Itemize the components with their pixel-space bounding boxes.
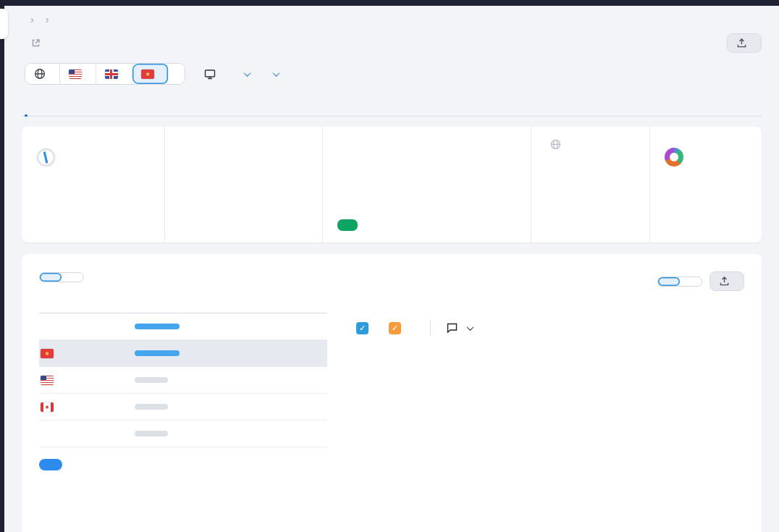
go-to-position-tracking-button[interactable] [337,219,358,231]
notes-dropdown[interactable] [447,323,473,333]
tab-compare-domains[interactable] [48,99,51,116]
table-row-ca[interactable]: ★ [39,394,327,421]
keywords-distribution-bar [241,224,308,231]
location-vn[interactable]: ★ [132,64,169,84]
organic-paid-toggle [39,272,84,282]
traffic-chart-svg [356,347,696,436]
organic-search-traffic-section [165,127,323,242]
toggle-paid[interactable] [62,273,83,282]
ca-flag-icon: ★ [41,402,54,412]
device-selector[interactable] [204,69,221,80]
table-row-vn[interactable]: ★ [39,340,327,367]
location-us[interactable] [60,64,96,84]
vn-flag-icon: ★ [141,69,154,79]
share-bar [135,350,180,356]
organic-traffic-checkbox[interactable]: ✓ [356,322,369,334]
domain-overview-page: › › [4,6,779,532]
table-row-us[interactable] [39,367,327,394]
granularity-toggle [657,276,702,287]
traffic-share-section [650,127,762,242]
desktop-icon [204,69,216,80]
legend-organic-traffic[interactable]: ✓ [356,322,374,334]
paid-search-traffic-section [323,127,531,242]
tab-compare-by-countries[interactable] [94,99,97,116]
share-bar [135,377,168,383]
backlinks-section [531,127,650,242]
traffic-share-donut-icon [665,148,683,166]
location-selector: ★ [25,63,185,85]
paid-traffic-checkbox[interactable]: ✓ [389,322,401,334]
location-uk[interactable] [96,64,132,84]
export-button[interactable] [709,271,744,291]
share-bar [135,431,168,436]
table-row-worldwide[interactable] [39,313,327,340]
distribution-column: ★ ★ [39,271,346,526]
chevron-down-icon [467,324,474,331]
us-flag-icon [69,69,82,79]
breadcrumb-separator: › [30,14,34,25]
traffic-panel: ★ ★ [22,254,762,532]
us-flag-icon [41,376,54,385]
tab-overview[interactable] [25,99,28,116]
chart-legend: ✓ ✓ [356,320,744,336]
period-selector [356,279,411,284]
breadcrumb: › › [22,6,762,32]
compare-button[interactable] [39,459,62,470]
uk-flag-icon [105,69,118,79]
currency-selector[interactable] [269,72,279,77]
chart-y-axis-labels [696,347,734,436]
legend-paid-traffic[interactable]: ✓ [389,322,407,334]
organic-traffic-chart[interactable] [356,347,744,436]
chevron-down-icon [244,69,251,77]
table-row-other[interactable] [39,421,327,447]
vn-flag-icon: ★ [41,349,54,358]
breadcrumb-separator: › [46,14,49,25]
divider [430,320,431,336]
export-to-pdf-button[interactable] [727,33,762,53]
share-bar [135,324,180,329]
upload-icon [737,38,746,48]
share-bar [135,404,168,410]
table-header [39,302,327,313]
chart-x-axis-labels [356,442,696,455]
globe-icon [550,139,561,150]
globe-icon [34,68,46,80]
chevron-down-icon [273,69,280,77]
sidebar-handle[interactable] [0,9,8,39]
authority-score-section [22,127,165,242]
tab-growth-report[interactable] [71,99,74,116]
authority-gauge-icon [36,148,56,167]
collapsed-sidebar [0,0,4,532]
report-tabs [22,99,762,117]
more-locations-button[interactable] [169,64,185,84]
top-window-bar [0,0,779,6]
traffic-chart-column: ✓ ✓ [346,271,744,526]
toggle-organic[interactable] [40,273,62,282]
notes-icon [447,323,458,333]
upload-icon [720,276,729,286]
granularity-months[interactable] [680,277,702,286]
date-selector[interactable] [240,72,250,77]
granularity-days[interactable] [658,277,680,286]
metrics-summary-card [22,127,762,242]
location-worldwide[interactable] [25,64,60,84]
country-distribution-table: ★ ★ [39,302,327,447]
external-link-icon[interactable] [30,38,41,48]
